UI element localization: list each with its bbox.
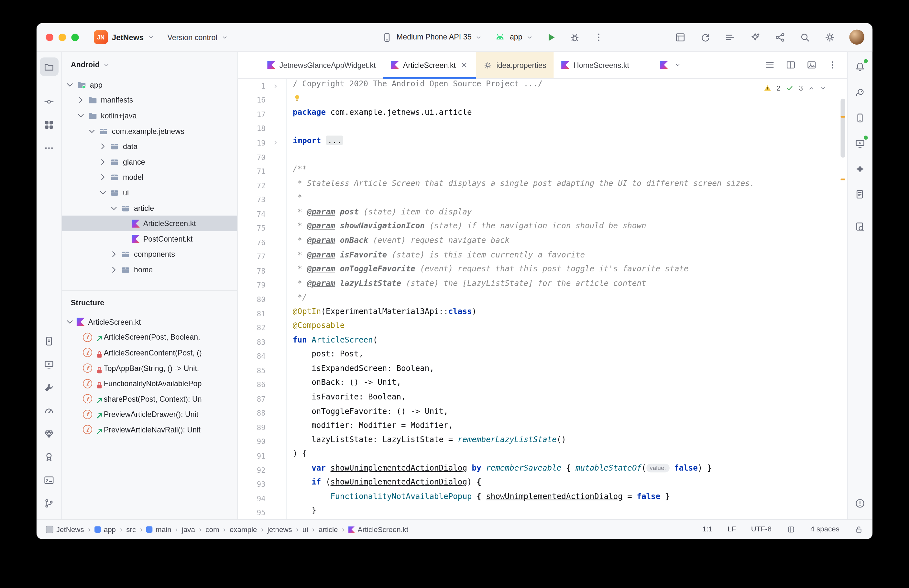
line-number[interactable]: 92	[238, 466, 266, 475]
tool-window-button-terminal[interactable]	[40, 471, 58, 489]
breadcrumb-8[interactable]: ui	[302, 526, 308, 534]
zoom-window-button[interactable]	[71, 33, 79, 41]
line-number[interactable]: 75	[238, 224, 266, 233]
hidden-tabs-selector[interactable]	[660, 52, 681, 78]
code-line[interactable]: }	[287, 506, 847, 519]
close-window-button[interactable]	[46, 33, 53, 41]
line-number[interactable]: 85	[238, 366, 266, 375]
code-line[interactable]: if (showUnimplementedActionDialog) {	[287, 477, 847, 491]
caret-position[interactable]: 1:1	[702, 526, 712, 534]
tool-window-button-commit[interactable]	[40, 92, 58, 111]
code-line[interactable]: onBack: () -> Unit,	[287, 378, 847, 392]
line-number[interactable]: 71	[238, 167, 266, 176]
tool-window-button-version-control[interactable]	[40, 494, 58, 512]
code-line[interactable]: post: Post,	[287, 349, 847, 363]
tool-window-button-build[interactable]	[40, 378, 58, 396]
code-line[interactable]: ) {	[287, 449, 847, 463]
tool-window-button-device-manager[interactable]	[851, 108, 869, 127]
tool-window-button-notifications[interactable]	[851, 57, 869, 76]
version-control-menu[interactable]: Version control	[168, 33, 217, 41]
project-view-header[interactable]: Android	[62, 52, 237, 77]
project-item-0[interactable]: app	[62, 77, 237, 92]
project-item-1[interactable]: manifests	[62, 92, 237, 108]
chevron-down-icon[interactable]	[148, 34, 154, 41]
breadcrumb-4[interactable]: java	[182, 526, 195, 534]
breadcrumb-1[interactable]: app	[94, 526, 116, 534]
expand-chevron[interactable]	[89, 126, 98, 136]
tool-window-button-find[interactable]	[851, 217, 869, 236]
prev-problem-button[interactable]	[808, 84, 815, 92]
line-number[interactable]: 19	[238, 139, 266, 147]
expand-chevron[interactable]	[100, 157, 109, 166]
project-item-7[interactable]: ui	[62, 185, 237, 200]
code-line[interactable]	[287, 93, 847, 107]
chevron-down-icon[interactable]	[221, 34, 228, 41]
project-item-11[interactable]: components	[62, 247, 237, 262]
expand-chevron[interactable]	[77, 95, 87, 105]
fold-marker[interactable]	[266, 140, 285, 146]
project-item-12[interactable]: home	[62, 262, 237, 278]
structure-item-5[interactable]: fPreviewArticleDrawer(): Unit	[62, 407, 237, 422]
share-button[interactable]	[775, 32, 785, 43]
line-number[interactable]: 1	[238, 81, 266, 90]
editor-tab-1[interactable]: ArticleScreen.kt	[383, 52, 476, 78]
expand-chevron[interactable]	[77, 111, 87, 120]
code-line[interactable]: modifier: Modifier = Modifier,	[287, 420, 847, 435]
tool-window-button-whats-new[interactable]	[40, 447, 58, 466]
more-vertical-button[interactable]	[827, 60, 838, 71]
line-number[interactable]: 87	[238, 394, 266, 403]
project-item-10[interactable]: PostContent.kt	[62, 231, 237, 247]
editor-tab-0[interactable]: JetnewsGlanceAppWidget.kt	[260, 52, 383, 78]
tool-window-button-resource-manager[interactable]	[40, 115, 58, 134]
project-item-8[interactable]: article	[62, 200, 237, 216]
indent-size[interactable]: 4 spaces	[811, 526, 840, 534]
line-number[interactable]: 91	[238, 452, 266, 460]
breadcrumb-5[interactable]: com	[205, 526, 219, 534]
check-icon[interactable]	[786, 84, 794, 92]
line-number[interactable]: 81	[238, 309, 266, 318]
line-number[interactable]: 79	[238, 281, 266, 289]
warning-stripe-mark[interactable]	[841, 179, 845, 180]
structure-item-2[interactable]: fTopAppBar(String, () -> Unit,	[62, 360, 237, 376]
tool-window-button-running-devices[interactable]	[851, 134, 869, 152]
expand-chevron[interactable]	[111, 249, 120, 259]
tool-window-button-gradle[interactable]	[851, 83, 869, 101]
line-number[interactable]: 73	[238, 195, 266, 204]
sync-button[interactable]	[700, 32, 711, 43]
code-line[interactable]: * @param onBack (event) request navigate…	[287, 236, 847, 250]
line-number[interactable]: 80	[238, 295, 266, 304]
code-line[interactable]: * Stateless Article Screen that displays…	[287, 179, 847, 193]
line-number[interactable]: 84	[238, 352, 266, 360]
expand-chevron[interactable]	[100, 142, 109, 151]
line-number[interactable]: 72	[238, 181, 266, 190]
structure-item-4[interactable]: fsharePost(Post, Context): Un	[62, 391, 237, 407]
structure-item-6[interactable]: fPreviewArticleNavRail(): Unit	[62, 422, 237, 438]
tool-window-button-running-devices[interactable]	[40, 355, 58, 373]
code-line[interactable]: import ...	[287, 136, 847, 150]
line-number[interactable]: 74	[238, 210, 266, 218]
line-number[interactable]: 89	[238, 423, 266, 432]
code-line[interactable]: */	[287, 292, 847, 307]
line-number[interactable]: 83	[238, 338, 266, 346]
run-configuration-selector[interactable]: app	[495, 31, 533, 43]
line-number[interactable]: 90	[238, 437, 266, 446]
tab-list-button[interactable]	[765, 60, 775, 71]
code-line[interactable]: var showUnimplementedActionDialog by rem…	[287, 463, 847, 477]
version-control-chevron[interactable]	[221, 32, 228, 42]
warning-stripe-mark[interactable]	[841, 116, 845, 117]
line-number[interactable]: 77	[238, 252, 266, 261]
line-number[interactable]: 95	[238, 509, 266, 517]
settings-button[interactable]	[824, 32, 835, 43]
expand-chevron[interactable]	[111, 265, 120, 275]
more-vertical-icon[interactable]	[593, 32, 604, 43]
next-problem-button[interactable]	[820, 84, 826, 92]
tool-window-button-project[interactable]	[40, 57, 58, 76]
expand-chevron[interactable]	[100, 172, 109, 182]
chevron-down-icon[interactable]	[103, 62, 110, 68]
line-number[interactable]: 78	[238, 267, 266, 275]
code-line[interactable]: * @param showNavigationIcon (state) if t…	[287, 221, 847, 236]
ai-assistant-button[interactable]	[749, 32, 760, 43]
debug-button[interactable]	[569, 32, 580, 43]
passed-count[interactable]: 3	[799, 84, 803, 92]
preview-button[interactable]	[806, 60, 817, 71]
